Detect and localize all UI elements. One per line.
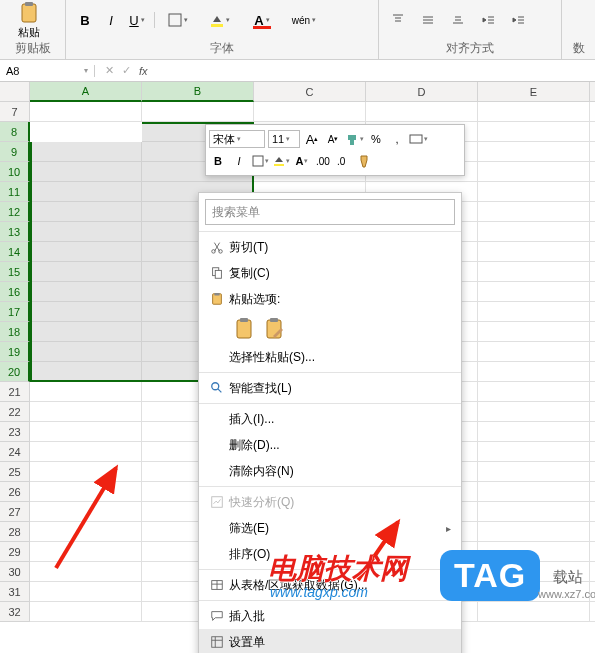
- menu-sort[interactable]: 排序(O) ▸: [199, 541, 461, 567]
- fill-color-button[interactable]: ▾: [201, 9, 239, 31]
- align-mid-button[interactable]: [415, 9, 441, 31]
- table-icon: [210, 578, 224, 592]
- menu-insert[interactable]: 插入(I)...: [199, 406, 461, 432]
- border-icon: [168, 13, 182, 27]
- align-bot-button[interactable]: [445, 9, 471, 31]
- menu-format-cells[interactable]: 设置单: [199, 629, 461, 653]
- border-icon: [252, 155, 264, 167]
- col-header-a[interactable]: A: [30, 82, 142, 102]
- paste-opt-values[interactable]: [263, 316, 285, 342]
- mini-format-painter[interactable]: ▾: [345, 130, 364, 148]
- menu-search-input[interactable]: 搜索菜单: [205, 199, 455, 225]
- mini-fontcolor-button[interactable]: A▾: [293, 152, 311, 170]
- align-top-button[interactable]: [385, 9, 411, 31]
- svg-rect-1: [25, 2, 33, 6]
- mini-size-select[interactable]: 11▾: [268, 130, 300, 148]
- menu-filter[interactable]: 筛选(E) ▸: [199, 515, 461, 541]
- phonetic-button[interactable]: wén▾: [285, 9, 323, 31]
- mini-formatpainter-button[interactable]: [356, 152, 374, 170]
- increase-indent-button[interactable]: [505, 9, 531, 31]
- decrease-indent-button[interactable]: [475, 9, 501, 31]
- col-header-e[interactable]: E: [478, 82, 590, 102]
- font-color-button[interactable]: A▾: [243, 9, 281, 31]
- row-header[interactable]: 31: [0, 582, 30, 602]
- mini-font-select[interactable]: 宋体▾: [209, 130, 265, 148]
- mini-bold-button[interactable]: B: [209, 152, 227, 170]
- row-headers[interactable]: 7891011121314151617181920212223242526272…: [0, 102, 30, 622]
- row-header[interactable]: 20: [0, 362, 30, 382]
- mini-italic-button[interactable]: I: [230, 152, 248, 170]
- mini-fill-button[interactable]: ▾: [272, 152, 290, 170]
- row-header[interactable]: 22: [0, 402, 30, 422]
- ribbon: 粘贴 剪贴板 B I U▾ ▾ ▾ A▾ wén▾ 字体 对齐方式: [0, 0, 595, 60]
- row-header[interactable]: 19: [0, 342, 30, 362]
- select-all-corner[interactable]: [0, 82, 30, 102]
- row-header[interactable]: 18: [0, 322, 30, 342]
- menu-delete[interactable]: 删除(D)...: [199, 432, 461, 458]
- row-header[interactable]: 30: [0, 562, 30, 582]
- bold-button[interactable]: B: [72, 9, 98, 31]
- align-mid-icon: [421, 13, 435, 27]
- svg-rect-6: [253, 156, 263, 166]
- paste-opt-keep-source[interactable]: [233, 316, 255, 342]
- col-header-b[interactable]: B: [142, 82, 254, 102]
- mini-incdec-button[interactable]: .0: [335, 152, 353, 170]
- context-menu: 搜索菜单 剪切(T) 复制(C) 粘贴选项: 选择性粘贴(S)... 智能查找(…: [198, 192, 462, 653]
- row-header[interactable]: 7: [0, 102, 30, 122]
- mini-comma-button[interactable]: ,: [388, 130, 406, 148]
- menu-paste-special[interactable]: 选择性粘贴(S)...: [199, 344, 461, 370]
- menu-clear[interactable]: 清除内容(N): [199, 458, 461, 484]
- dec-decimal-icon: .00: [316, 154, 330, 168]
- row-header[interactable]: 32: [0, 602, 30, 622]
- increase-font-button[interactable]: A▴: [303, 130, 321, 148]
- accept-fx-icon[interactable]: ✓: [122, 64, 131, 77]
- menu-from-table[interactable]: 从表格/区域获取数据(G)...: [199, 572, 461, 598]
- cancel-fx-icon[interactable]: ✕: [105, 64, 114, 77]
- menu-insert-comment[interactable]: 插入批: [199, 603, 461, 629]
- mini-percent-button[interactable]: %: [367, 130, 385, 148]
- row-header[interactable]: 13: [0, 222, 30, 242]
- row-header[interactable]: 15: [0, 262, 30, 282]
- inc-indent-icon: [511, 13, 525, 27]
- paste-button[interactable]: 粘贴: [6, 1, 52, 40]
- col-header-d[interactable]: D: [366, 82, 478, 102]
- row-header[interactable]: 24: [0, 442, 30, 462]
- row-header[interactable]: 29: [0, 542, 30, 562]
- italic-button[interactable]: I: [98, 9, 124, 31]
- scissors-icon: [210, 240, 224, 254]
- row-header[interactable]: 8: [0, 122, 30, 142]
- menu-cut[interactable]: 剪切(T): [199, 234, 461, 260]
- svg-rect-3: [211, 24, 223, 27]
- row-header[interactable]: 21: [0, 382, 30, 402]
- mini-decdec-button[interactable]: .00: [314, 152, 332, 170]
- row-header[interactable]: 17: [0, 302, 30, 322]
- row-header[interactable]: 16: [0, 282, 30, 302]
- chevron-right-icon: ▸: [446, 549, 455, 560]
- row-header[interactable]: 9: [0, 142, 30, 162]
- row-header[interactable]: 23: [0, 422, 30, 442]
- decrease-font-button[interactable]: A▾: [324, 130, 342, 148]
- row-header[interactable]: 12: [0, 202, 30, 222]
- row-header[interactable]: 26: [0, 482, 30, 502]
- svg-rect-13: [215, 270, 221, 278]
- row-header[interactable]: 14: [0, 242, 30, 262]
- col-header-f[interactable]: F: [590, 82, 595, 102]
- col-header-c[interactable]: C: [254, 82, 366, 102]
- underline-button[interactable]: U▾: [124, 9, 150, 31]
- row-header[interactable]: 27: [0, 502, 30, 522]
- row-header[interactable]: 11: [0, 182, 30, 202]
- fx-icon[interactable]: fx: [139, 65, 148, 77]
- name-box-value: A8: [6, 65, 19, 77]
- menu-smart-lookup[interactable]: 智能查找(L): [199, 375, 461, 401]
- border-button[interactable]: ▾: [159, 9, 197, 31]
- row-header[interactable]: 28: [0, 522, 30, 542]
- name-box[interactable]: A8 ▾: [0, 65, 95, 77]
- dec-indent-icon: [481, 13, 495, 27]
- column-headers[interactable]: A B C D E F: [30, 82, 595, 102]
- mini-border-button[interactable]: ▾: [251, 152, 269, 170]
- svg-rect-23: [212, 637, 223, 648]
- menu-copy[interactable]: 复制(C): [199, 260, 461, 286]
- row-header[interactable]: 10: [0, 162, 30, 182]
- row-header[interactable]: 25: [0, 462, 30, 482]
- mini-merge-button[interactable]: ▾: [409, 130, 428, 148]
